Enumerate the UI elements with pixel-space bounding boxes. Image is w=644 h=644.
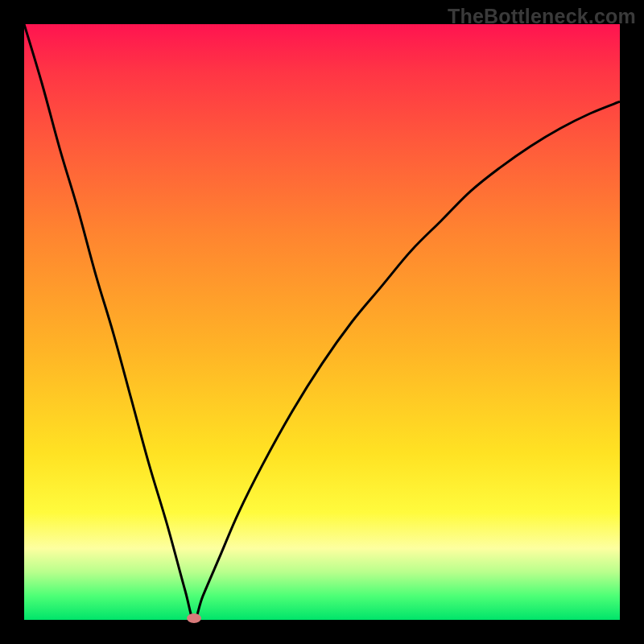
chart-plot-area	[24, 24, 620, 620]
bottleneck-curve	[24, 24, 620, 620]
curve-path	[24, 24, 620, 620]
minimum-marker	[187, 613, 201, 623]
watermark-text: TheBottleneck.com	[448, 5, 636, 28]
